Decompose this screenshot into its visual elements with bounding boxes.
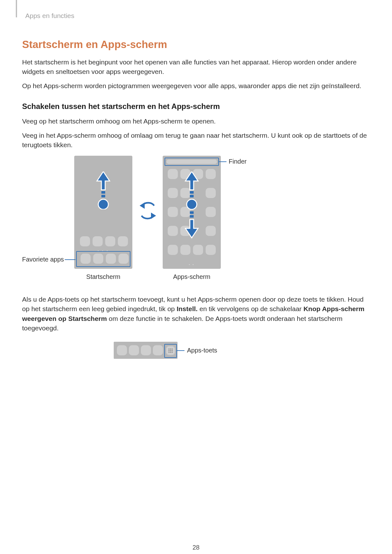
app-icon bbox=[118, 254, 129, 264]
svg-point-20 bbox=[170, 352, 171, 353]
header-rule bbox=[16, 0, 17, 17]
app-icon bbox=[118, 236, 128, 246]
apps-button-icon bbox=[166, 346, 175, 355]
app-icon bbox=[180, 245, 190, 255]
svg-marker-0 bbox=[97, 172, 110, 190]
app-icon bbox=[206, 207, 216, 217]
app-icon bbox=[106, 254, 116, 264]
svg-point-19 bbox=[168, 352, 169, 353]
app-icon bbox=[93, 236, 103, 246]
callout-favorites: Favoriete apps bbox=[22, 256, 64, 263]
app-icon bbox=[81, 254, 91, 264]
phone-apps-illustration: • • bbox=[163, 156, 221, 269]
caption-apps: Apps-scherm bbox=[163, 273, 221, 280]
para5-b-bold: Instell. bbox=[177, 305, 198, 312]
dock-with-apps-button bbox=[114, 342, 178, 359]
svg-point-9 bbox=[187, 199, 197, 209]
app-icon bbox=[168, 169, 178, 179]
app-icon bbox=[168, 245, 178, 255]
apps-button-highlight-box bbox=[164, 344, 177, 358]
app-icon bbox=[193, 245, 203, 255]
swipe-up-arrow-icon bbox=[96, 172, 111, 209]
app-icon bbox=[206, 169, 216, 179]
app-icon bbox=[206, 188, 216, 198]
app-icon bbox=[168, 226, 178, 236]
svg-point-16 bbox=[168, 350, 169, 351]
favorites-dock-box bbox=[76, 251, 130, 267]
intro-para-2: Op het Apps-scherm worden pictogrammen w… bbox=[22, 81, 370, 91]
callout-finder: Finder bbox=[229, 158, 247, 165]
breadcrumb: Apps en functies bbox=[25, 12, 370, 20]
caption-home: Startscherm bbox=[74, 273, 132, 280]
svg-rect-11 bbox=[190, 215, 194, 218]
app-icon bbox=[141, 345, 151, 355]
svg-point-21 bbox=[172, 352, 172, 353]
para-4: Veeg in het Apps-scherm omhoog of omlaag… bbox=[22, 131, 370, 150]
para-3: Veeg op het startscherm omhoog om het Ap… bbox=[22, 117, 370, 126]
callout-line bbox=[65, 259, 75, 260]
app-icon bbox=[206, 245, 216, 255]
svg-rect-7 bbox=[190, 191, 194, 194]
svg-marker-6 bbox=[185, 172, 198, 190]
finder-search-pill bbox=[166, 160, 217, 164]
page-indicator-dots: • • bbox=[163, 263, 221, 266]
svg-marker-5 bbox=[151, 213, 156, 219]
app-icon bbox=[80, 236, 90, 246]
app-icon bbox=[117, 345, 127, 355]
svg-rect-1 bbox=[101, 191, 105, 194]
app-icon bbox=[168, 188, 178, 198]
svg-point-18 bbox=[172, 350, 172, 351]
intro-para-1: Het startscherm is het beginpunt voor he… bbox=[22, 57, 370, 77]
page-number: 28 bbox=[22, 544, 370, 551]
subheading: Schakelen tussen het startscherm en het … bbox=[22, 102, 370, 111]
app-icon bbox=[129, 345, 139, 355]
phone-home-illustration: • • • bbox=[74, 156, 132, 269]
swap-arrows-icon bbox=[138, 200, 157, 225]
svg-rect-2 bbox=[101, 195, 105, 197]
svg-point-13 bbox=[168, 349, 169, 350]
svg-rect-10 bbox=[190, 211, 194, 214]
svg-marker-4 bbox=[140, 202, 145, 209]
svg-marker-12 bbox=[185, 220, 198, 238]
para-5: Als u de Apps-toets op het startscherm t… bbox=[22, 295, 370, 333]
para5-c: en tik vervolgens op de schakelaar bbox=[198, 305, 304, 312]
callout-apps-toets: Apps-toets bbox=[187, 347, 217, 354]
page-title: Startscherm en Apps-scherm bbox=[22, 39, 370, 51]
svg-point-15 bbox=[172, 349, 172, 350]
app-icon bbox=[93, 254, 103, 264]
callout-line bbox=[177, 350, 184, 351]
svg-point-3 bbox=[98, 199, 108, 209]
app-icon bbox=[206, 226, 216, 236]
swipe-up-down-arrow-icon bbox=[184, 172, 199, 244]
svg-point-17 bbox=[170, 350, 171, 351]
svg-point-14 bbox=[170, 349, 171, 350]
diagram-screens: • • • bbox=[22, 156, 370, 295]
diagram-apps-button: Apps-toets bbox=[22, 339, 370, 367]
finder-search-box bbox=[165, 158, 219, 166]
app-icon bbox=[105, 236, 115, 246]
app-icon bbox=[168, 207, 178, 217]
svg-rect-8 bbox=[190, 195, 194, 197]
app-icon bbox=[153, 345, 163, 355]
callout-line bbox=[219, 161, 226, 162]
